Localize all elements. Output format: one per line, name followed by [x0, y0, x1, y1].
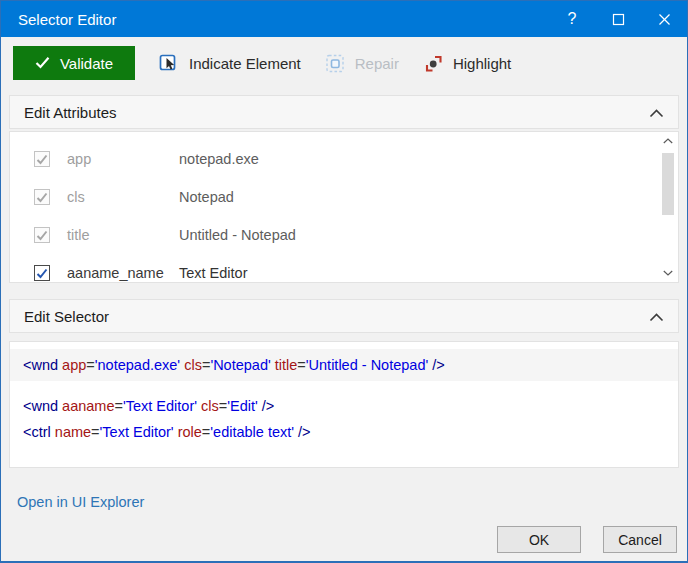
edit-selector-title: Edit Selector	[24, 308, 109, 325]
scroll-up-icon[interactable]	[659, 133, 677, 149]
attribute-row: appnotepad.exe	[34, 140, 678, 178]
ok-button[interactable]: OK	[497, 526, 581, 553]
attribute-checkbox[interactable]	[34, 265, 50, 281]
scroll-track[interactable]	[659, 149, 677, 265]
attribute-value: notepad.exe	[179, 151, 259, 167]
attributes-list: appnotepad.execlsNotepadtitleUntitled - …	[10, 132, 678, 283]
title-bar[interactable]: Selector Editor ?	[1, 1, 687, 37]
selector-panel: <wnd app='notepad.exe' cls='Notepad' tit…	[9, 341, 679, 468]
attribute-checkbox	[34, 189, 50, 205]
attribute-name: aaname_name	[67, 265, 179, 281]
attribute-checkbox	[34, 151, 50, 167]
attribute-value: Untitled - Notepad	[179, 227, 296, 243]
open-ui-explorer-link[interactable]: Open in UI Explorer	[17, 494, 144, 510]
selector-code: <wnd app='notepad.exe' cls='Notepad' tit…	[10, 349, 678, 445]
window-title: Selector Editor	[1, 11, 549, 28]
attribute-name: title	[67, 227, 179, 243]
close-icon[interactable]	[641, 1, 687, 37]
attribute-row: aaname_nameText Editor	[34, 254, 678, 283]
attribute-name: app	[67, 151, 179, 167]
selector-line[interactable]: <wnd aaname='Text Editor' cls='Edit' />	[10, 393, 678, 419]
cancel-button[interactable]: Cancel	[603, 526, 677, 553]
selector-line[interactable]: <wnd app='notepad.exe' cls='Notepad' tit…	[10, 349, 678, 381]
attribute-value: Notepad	[179, 189, 234, 205]
attribute-name: cls	[67, 189, 179, 205]
attribute-checkbox	[34, 227, 50, 243]
highlight-icon	[423, 53, 444, 74]
edit-attributes-title: Edit Attributes	[24, 104, 117, 121]
chevron-up-icon[interactable]	[649, 104, 664, 121]
chevron-up-icon[interactable]	[649, 308, 664, 325]
check-icon	[35, 55, 50, 72]
indicate-element-button[interactable]: Indicate Element	[159, 53, 301, 74]
repair-icon	[325, 53, 346, 74]
attribute-row: titleUntitled - Notepad	[34, 216, 678, 254]
indicate-element-icon	[159, 53, 180, 74]
toolbar: Validate Indicate Element Repair	[1, 37, 687, 91]
maximize-icon[interactable]	[595, 1, 641, 37]
edit-selector-header[interactable]: Edit Selector	[9, 299, 679, 333]
edit-attributes-header[interactable]: Edit Attributes	[9, 95, 679, 129]
validate-button[interactable]: Validate	[13, 46, 135, 80]
scroll-down-icon[interactable]	[659, 265, 677, 281]
help-icon[interactable]: ?	[549, 1, 595, 37]
attribute-row: clsNotepad	[34, 178, 678, 216]
attributes-panel: appnotepad.execlsNotepadtitleUntitled - …	[9, 131, 679, 283]
selector-line[interactable]: <ctrl name='Text Editor' role='editable …	[10, 419, 678, 445]
scroll-thumb[interactable]	[662, 153, 674, 215]
highlight-button[interactable]: Highlight	[423, 53, 511, 74]
selector-editor-dialog: Selector Editor ?	[0, 0, 688, 563]
attribute-value: Text Editor	[179, 265, 248, 281]
attributes-scrollbar[interactable]	[659, 133, 677, 281]
repair-button: Repair	[325, 53, 399, 74]
